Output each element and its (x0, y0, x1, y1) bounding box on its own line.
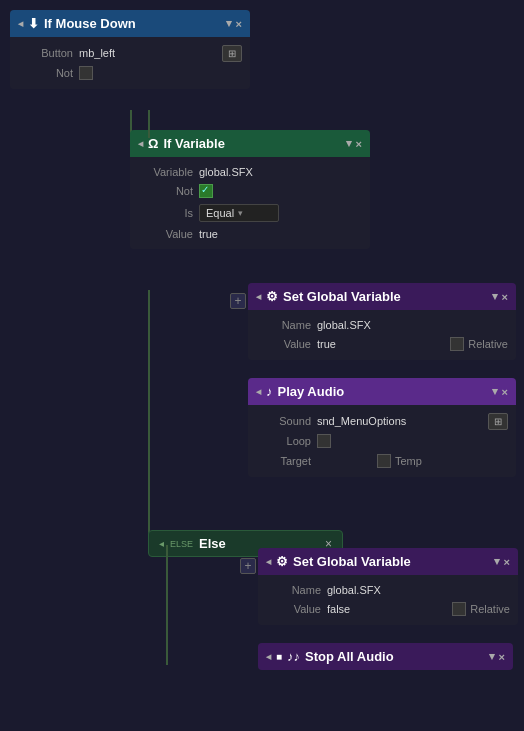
value-label-2: Value (266, 603, 321, 615)
value-row-1: Value true Relative (256, 334, 508, 354)
temp-label: Temp (395, 455, 422, 467)
if-variable-header: ◂ Ω If Variable ▾ × (130, 130, 370, 157)
set-global-var-1-body: Name global.SFX Value true Relative (248, 310, 516, 360)
connector-2 (148, 290, 150, 540)
sound-value: snd_MenuOptions (317, 415, 406, 427)
collapse-arrow[interactable]: ◂ (18, 18, 23, 29)
variable-icon: Ω (148, 136, 158, 151)
plus-btn-1[interactable]: + (230, 293, 246, 309)
variable-value: global.SFX (199, 166, 253, 178)
stop-all-audio-header: ◂ ■ ♪♪ Stop All Audio ▾ × (258, 643, 513, 670)
relative-group-2: Relative (452, 602, 510, 616)
mouse-down-icon: ⬇ (28, 16, 39, 31)
expand-btn-6[interactable]: ▾ (489, 650, 495, 663)
not-row: Not (18, 63, 242, 83)
value-value-2: false (327, 603, 350, 615)
not-label: Not (18, 67, 73, 79)
stop-all-audio-title: Stop All Audio (305, 649, 484, 664)
set-global-var-2-header: ◂ ⚙ Set Global Variable ▾ × (258, 548, 518, 575)
close-btn-3[interactable]: × (502, 291, 508, 303)
expand-btn-2[interactable]: ▾ (346, 137, 352, 150)
play-audio-title: Play Audio (278, 384, 487, 399)
loop-row: Loop (256, 431, 508, 451)
not-row-2: Not (138, 181, 362, 201)
variable-label: Variable (138, 166, 193, 178)
relative-label-1: Relative (468, 338, 508, 350)
collapse-arrow-6[interactable]: ◂ (266, 651, 271, 662)
else-collapse-arrow[interactable]: ◂ (159, 538, 164, 549)
play-audio-header: ◂ ♪ Play Audio ▾ × (248, 378, 516, 405)
close-btn-4[interactable]: × (502, 386, 508, 398)
sound-label: Sound (256, 415, 311, 427)
play-audio-node: ◂ ♪ Play Audio ▾ × Sound snd_MenuOptions… (248, 378, 516, 477)
relative-label-2: Relative (470, 603, 510, 615)
set-global-var-1-node: ◂ ⚙ Set Global Variable ▾ × Name global.… (248, 283, 516, 360)
expand-btn[interactable]: ▾ (226, 17, 232, 30)
target-label: Target (256, 455, 311, 467)
connector-4 (148, 110, 150, 138)
set-global-var-1-header: ◂ ⚙ Set Global Variable ▾ × (248, 283, 516, 310)
set-var-icon-2: ⚙ (276, 554, 288, 569)
close-btn-5[interactable]: × (504, 556, 510, 568)
value-value-1: true (317, 338, 336, 350)
value-row-2: Value false Relative (266, 599, 510, 619)
close-btn-2[interactable]: × (356, 138, 362, 150)
if-mouse-down-node: ◂ ⬇ If Mouse Down ▾ × Button mb_left ⊞ N… (10, 10, 250, 89)
name-row-1: Name global.SFX (256, 316, 508, 334)
temp-checkbox[interactable] (377, 454, 391, 468)
collapse-arrow-2[interactable]: ◂ (138, 138, 143, 149)
plus-btn-2[interactable]: + (240, 558, 256, 574)
not-checkbox[interactable] (79, 66, 93, 80)
stop-all-audio-node: ◂ ■ ♪♪ Stop All Audio ▾ × (258, 643, 513, 670)
button-label: Button (18, 47, 73, 59)
button-value: mb_left (79, 47, 115, 59)
select-arrow: ▾ (238, 208, 243, 218)
relative-checkbox-2[interactable] (452, 602, 466, 616)
value-value: true (199, 228, 218, 240)
connector-3 (166, 545, 168, 665)
relative-checkbox-1[interactable] (450, 337, 464, 351)
if-variable-title: If Variable (163, 136, 340, 151)
target-row: Target Temp (256, 451, 508, 471)
loop-checkbox[interactable] (317, 434, 331, 448)
if-mouse-down-title: If Mouse Down (44, 16, 221, 31)
close-btn[interactable]: × (236, 18, 242, 30)
value-label-1: Value (256, 338, 311, 350)
expand-btn-5[interactable]: ▾ (494, 555, 500, 568)
is-select[interactable]: Equal ▾ (199, 204, 279, 222)
play-audio-body: Sound snd_MenuOptions ⊞ Loop Target Temp (248, 405, 516, 477)
sound-browse[interactable]: ⊞ (488, 414, 508, 428)
if-variable-body: Variable global.SFX Not Is Equal ▾ Value… (130, 157, 370, 249)
set-global-var-1-title: Set Global Variable (283, 289, 487, 304)
button-file-icon[interactable]: ⊞ (222, 46, 242, 60)
is-label: Is (138, 207, 193, 219)
sound-browse-btn[interactable]: ⊞ (488, 413, 508, 430)
expand-btn-4[interactable]: ▾ (492, 385, 498, 398)
if-mouse-down-body: Button mb_left ⊞ Not (10, 37, 250, 89)
collapse-arrow-3[interactable]: ◂ (256, 291, 261, 302)
value-label: Value (138, 228, 193, 240)
set-global-var-2-body: Name global.SFX Value false Relative (258, 575, 518, 625)
set-global-var-2-title: Set Global Variable (293, 554, 489, 569)
else-small-label: ELSE (170, 539, 193, 549)
value-row: Value true (138, 225, 362, 243)
else-title: Else (199, 536, 226, 551)
name-label-1: Name (256, 319, 311, 331)
name-label-2: Name (266, 584, 321, 596)
collapse-arrow-4[interactable]: ◂ (256, 386, 261, 397)
stop-audio-wave-icon: ♪♪ (287, 649, 300, 664)
if-mouse-down-header: ◂ ⬇ If Mouse Down ▾ × (10, 10, 250, 37)
name-value-2: global.SFX (327, 584, 381, 596)
not-label-2: Not (138, 185, 193, 197)
set-var-icon-1: ⚙ (266, 289, 278, 304)
expand-btn-3[interactable]: ▾ (492, 290, 498, 303)
close-btn-6[interactable]: × (499, 651, 505, 663)
collapse-arrow-5[interactable]: ◂ (266, 556, 271, 567)
name-row-2: Name global.SFX (266, 581, 510, 599)
browse-btn[interactable]: ⊞ (222, 45, 242, 62)
play-audio-icon: ♪ (266, 384, 273, 399)
sound-row: Sound snd_MenuOptions ⊞ (256, 411, 508, 431)
plus-icon-2: + (244, 559, 251, 573)
not-checkbox-2[interactable] (199, 184, 213, 198)
variable-row: Variable global.SFX (138, 163, 362, 181)
